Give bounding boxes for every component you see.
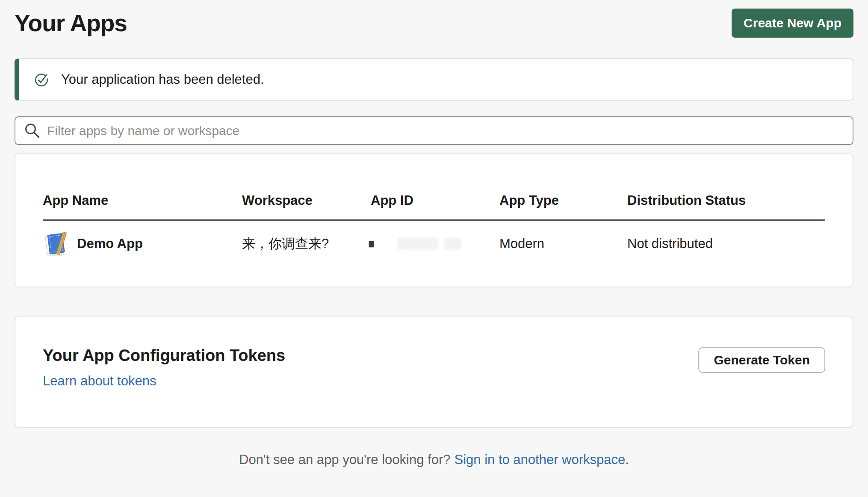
- column-header-app-id: App ID: [371, 193, 499, 208]
- table-row-demo-app[interactable]: Demo App 来，你调查来? ■ Modern Not distribute…: [43, 221, 825, 257]
- page-title: Your Apps: [15, 9, 127, 37]
- blue-notebook-ruler-app-icon: [43, 231, 68, 257]
- check-circle-icon: [34, 71, 50, 88]
- app-id-cell: ■: [371, 238, 499, 250]
- tokens-text-block: Your App Configuration Tokens Learn abou…: [43, 346, 285, 389]
- app-name-link[interactable]: Demo App: [77, 236, 143, 251]
- workspace-cell: 来，你调查来?: [242, 235, 371, 253]
- footer-suffix: .: [625, 452, 629, 467]
- sign-in-another-workspace-link[interactable]: Sign in to another workspace: [454, 452, 625, 467]
- app-id-redacted-block: ■: [368, 237, 375, 250]
- your-apps-page: Your Apps Create New App Your applicatio…: [0, 0, 868, 497]
- search-icon: [24, 122, 41, 139]
- success-alert: Your application has been deleted.: [15, 58, 853, 101]
- footer-prompt-text: Don't see an app you're looking for?: [239, 452, 450, 467]
- app-name-cell[interactable]: Demo App: [43, 231, 242, 257]
- app-type-cell: Modern: [499, 236, 627, 251]
- generate-token-button[interactable]: Generate Token: [698, 347, 825, 373]
- column-header-distribution-status: Distribution Status: [627, 193, 825, 208]
- column-header-app-name: App Name: [43, 193, 242, 208]
- column-header-app-type: App Type: [499, 193, 627, 208]
- search-input[interactable]: [47, 124, 844, 138]
- column-header-workspace: Workspace: [242, 193, 371, 208]
- learn-about-tokens-link[interactable]: Learn about tokens: [43, 373, 156, 389]
- topbar: Your Apps Create New App: [15, 8, 853, 38]
- app-id-blur: [444, 238, 461, 250]
- apps-table-header-row: App Name Workspace App ID App Type Distr…: [43, 154, 825, 221]
- alert-message: Your application has been deleted.: [61, 72, 264, 87]
- apps-table-card: App Name Workspace App ID App Type Distr…: [15, 153, 853, 287]
- tokens-section-heading: Your App Configuration Tokens: [43, 346, 285, 365]
- filter-apps-search: [15, 116, 853, 145]
- distribution-status-cell: Not distributed: [627, 236, 825, 251]
- create-new-app-button[interactable]: Create New App: [732, 9, 853, 38]
- app-id-blur: [397, 238, 438, 250]
- app-configuration-tokens-card: Your App Configuration Tokens Learn abou…: [15, 316, 853, 428]
- footer: Don't see an app you're looking for?Sign…: [15, 452, 853, 467]
